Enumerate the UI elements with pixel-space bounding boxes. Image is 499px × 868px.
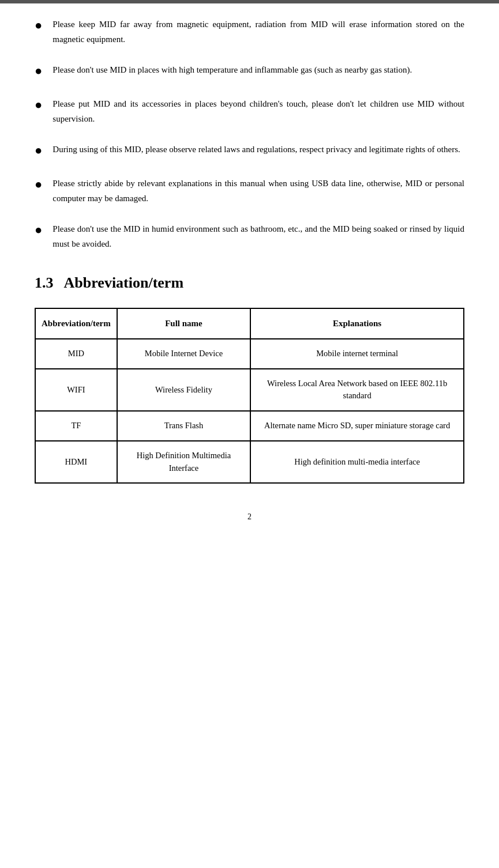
fullname-mid: Mobile Internet Device [117, 339, 250, 369]
table-row: WIFI Wireless Fidelity Wireless Local Ar… [35, 369, 464, 412]
explanation-tf: Alternate name Micro SD, super miniature… [250, 411, 464, 441]
bullet-section-5: ● Please strictly abide by relevant expl… [35, 176, 464, 206]
bullet-section-2: ● Please don't use MID in places with hi… [35, 63, 464, 81]
bullet-dot-2: ● [35, 61, 42, 81]
page-number: 2 [35, 512, 464, 522]
bullet-item-4: ● During using of this MID, please obser… [35, 142, 464, 160]
section-heading: 1.3 Abbreviation/term [35, 274, 464, 292]
bullet-item-5: ● Please strictly abide by relevant expl… [35, 176, 464, 206]
bullet-section-4: ● During using of this MID, please obser… [35, 142, 464, 160]
bullet-text-2: Please don't use MID in places with high… [52, 63, 412, 78]
table-row: TF Trans Flash Alternate name Micro SD, … [35, 411, 464, 441]
bullet-item-6: ● Please don't use the MID in humid envi… [35, 222, 464, 251]
abbrev-wifi: WIFI [35, 369, 117, 412]
bullet-dot-6: ● [35, 220, 42, 240]
bullet-text-1: Please keep MID far away from magnetic e… [52, 17, 464, 47]
bullet-section-1: ● Please keep MID far away from magnetic… [35, 17, 464, 47]
bullet-section-3: ● Please put MID and its accessories in … [35, 97, 464, 126]
bullet-text-5: Please strictly abide by relevant explan… [52, 176, 464, 206]
explanation-wifi: Wireless Local Area Network based on IEE… [250, 369, 464, 412]
abbrev-mid: MID [35, 339, 117, 369]
table-header-row: Abbreviation/term Full name Explanations [35, 308, 464, 339]
top-border [0, 0, 499, 3]
explanation-hdmi: High definition multi-media interface [250, 441, 464, 484]
bullet-text-6: Please don't use the MID in humid enviro… [52, 222, 464, 251]
bullet-item-2: ● Please don't use MID in places with hi… [35, 63, 464, 81]
section-number: 1.3 [35, 274, 54, 291]
table-row: MID Mobile Internet Device Mobile intern… [35, 339, 464, 369]
col-header-explanation: Explanations [250, 308, 464, 339]
bullet-text-4: During using of this MID, please observe… [52, 142, 460, 157]
abbrev-hdmi: HDMI [35, 441, 117, 484]
bullet-dot-4: ● [35, 140, 42, 160]
fullname-wifi: Wireless Fidelity [117, 369, 250, 412]
col-header-fullname: Full name [117, 308, 250, 339]
bullet-item-1: ● Please keep MID far away from magnetic… [35, 17, 464, 47]
fullname-tf: Trans Flash [117, 411, 250, 441]
abbreviation-table: Abbreviation/term Full name Explanations… [35, 308, 464, 484]
bullet-dot-3: ● [35, 95, 42, 115]
bullet-text-3: Please put MID and its accessories in pl… [52, 97, 464, 126]
fullname-hdmi: High Definition Multimedia Interface [117, 441, 250, 484]
bullet-item-3: ● Please put MID and its accessories in … [35, 97, 464, 126]
bullet-section-6: ● Please don't use the MID in humid envi… [35, 222, 464, 251]
table-row: HDMI High Definition Multimedia Interfac… [35, 441, 464, 484]
section-title: Abbreviation/term [64, 274, 184, 291]
abbrev-tf: TF [35, 411, 117, 441]
col-header-abbrev: Abbreviation/term [35, 308, 117, 339]
explanation-mid: Mobile internet terminal [250, 339, 464, 369]
bullet-dot-1: ● [35, 15, 42, 35]
bullet-dot-5: ● [35, 174, 42, 194]
